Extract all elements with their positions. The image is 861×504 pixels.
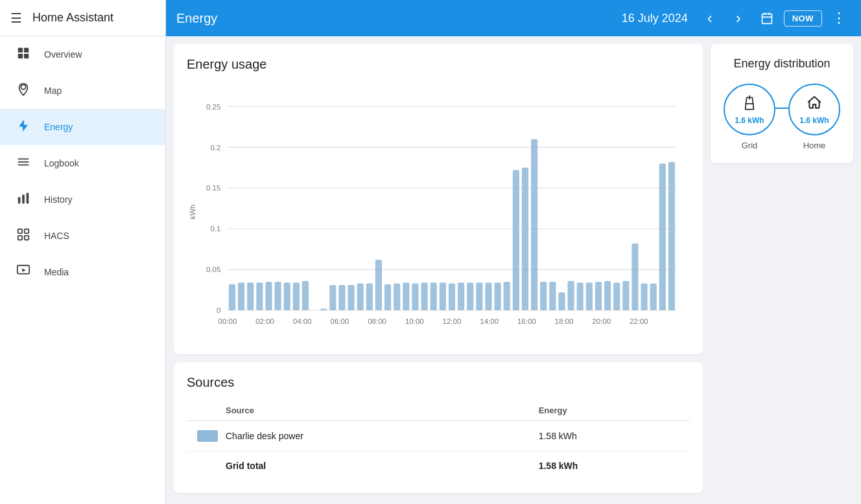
home-value: 1.6 kWh: [799, 116, 829, 125]
svg-rect-75: [586, 282, 593, 310]
svg-text:20:00: 20:00: [592, 317, 611, 325]
svg-point-4: [21, 84, 25, 89]
svg-rect-37: [238, 282, 244, 310]
sidebar-label-logbook: Logbook: [44, 158, 79, 168]
prev-button[interactable]: ‹: [698, 6, 722, 30]
sidebar: ☰ Home Assistant Overview Map Energy: [0, 0, 166, 504]
svg-text:22:00: 22:00: [630, 317, 648, 325]
sidebar-label-hacs: HACS: [44, 231, 69, 241]
svg-text:14:00: 14:00: [480, 317, 499, 325]
svg-text:0: 0: [217, 306, 220, 314]
sidebar-item-history[interactable]: History: [0, 181, 165, 218]
svg-rect-39: [256, 282, 263, 310]
svg-rect-78: [613, 282, 620, 310]
svg-rect-12: [18, 229, 22, 233]
sidebar-label-media: Media: [44, 267, 69, 277]
svg-rect-59: [440, 282, 446, 310]
svg-rect-42: [284, 282, 290, 310]
next-button[interactable]: ›: [727, 6, 750, 30]
svg-rect-70: [540, 282, 547, 310]
svg-text:06:00: 06:00: [331, 317, 349, 325]
svg-rect-38: [247, 282, 254, 310]
source-cell-name-1: Grid total: [187, 452, 528, 481]
svg-rect-67: [513, 170, 519, 310]
menu-icon[interactable]: ☰: [10, 10, 22, 26]
svg-text:16:00: 16:00: [517, 317, 536, 325]
svg-text:02:00: 02:00: [255, 317, 274, 325]
energy-col-header: Energy: [528, 400, 690, 421]
now-button[interactable]: NOW: [784, 10, 822, 27]
sidebar-item-logbook[interactable]: Logbook: [0, 145, 165, 181]
sidebar-label-map: Map: [44, 86, 62, 96]
svg-rect-18: [762, 14, 772, 23]
svg-text:18:00: 18:00: [555, 317, 574, 325]
source-row-1: Grid total 1.58 kWh: [187, 452, 690, 481]
home-icon: [806, 94, 823, 115]
source-name-cell-1: Grid total: [197, 461, 518, 471]
svg-rect-66: [504, 282, 510, 310]
sidebar-label-energy: Energy: [44, 122, 73, 132]
more-button[interactable]: ⋮: [827, 6, 851, 30]
right-panel: Energy distribution: [711, 44, 853, 496]
svg-rect-53: [384, 284, 391, 310]
svg-rect-2: [18, 53, 23, 58]
source-value-1: 1.58 kWh: [528, 452, 690, 481]
dist-connector: [775, 108, 788, 109]
hacs-icon: [16, 227, 31, 245]
sidebar-label-overview: Overview: [44, 49, 82, 60]
svg-rect-36: [229, 284, 235, 310]
svg-text:0.05: 0.05: [206, 266, 220, 273]
energy-icon: [16, 119, 31, 136]
content-area: Energy usage: [166, 36, 861, 504]
home-circle: 1.6 kWh: [788, 84, 840, 135]
svg-rect-84: [668, 162, 675, 310]
grid-node: 1.6 kWh Grid: [724, 84, 775, 150]
topbar-title: Energy: [176, 11, 617, 26]
sidebar-label-history: History: [44, 194, 73, 205]
sidebar-item-energy[interactable]: Energy: [0, 109, 165, 145]
svg-rect-62: [467, 282, 473, 310]
logbook-icon: [16, 155, 31, 172]
sidebar-item-hacs[interactable]: HACS: [0, 218, 165, 254]
svg-rect-14: [18, 235, 22, 239]
svg-rect-63: [476, 282, 482, 310]
svg-rect-65: [495, 282, 501, 310]
svg-rect-11: [27, 192, 29, 203]
svg-text:12:00: 12:00: [443, 317, 462, 325]
svg-rect-40: [265, 282, 272, 310]
map-icon: [16, 82, 31, 100]
svg-rect-54: [394, 284, 400, 311]
svg-rect-13: [25, 229, 29, 233]
svg-rect-79: [622, 281, 629, 310]
source-row-0: Charlie desk power 1.58 kWh: [187, 421, 690, 452]
svg-rect-52: [375, 260, 382, 310]
svg-rect-44: [302, 281, 309, 310]
svg-rect-43: [293, 282, 300, 310]
svg-text:0.25: 0.25: [206, 103, 220, 111]
sidebar-item-overview[interactable]: Overview: [0, 36, 165, 73]
svg-text:10:00: 10:00: [405, 317, 424, 325]
svg-rect-57: [421, 282, 428, 310]
source-color-0: [197, 430, 218, 442]
chart-bars: [229, 139, 675, 310]
calendar-button[interactable]: [755, 6, 779, 30]
sidebar-title: Home Assistant: [32, 11, 113, 25]
left-panel: Energy usage: [174, 44, 703, 496]
svg-rect-46: [320, 309, 327, 311]
energy-chart: 0.25 0.2 0.15 0.1 0.05 0 kWh 00:00 0: [187, 82, 690, 341]
svg-rect-49: [348, 285, 355, 310]
svg-text:kWh: kWh: [189, 204, 196, 219]
sidebar-item-map[interactable]: Map: [0, 73, 165, 109]
energy-distribution-card: Energy distribution: [711, 44, 853, 163]
svg-rect-71: [549, 282, 556, 310]
svg-rect-82: [650, 284, 657, 311]
source-name-0: Charlie desk power: [226, 431, 303, 441]
svg-rect-10: [22, 194, 25, 203]
svg-rect-80: [631, 244, 638, 310]
energy-usage-title: Energy usage: [187, 57, 690, 72]
svg-rect-74: [577, 282, 584, 310]
svg-rect-56: [412, 284, 418, 311]
svg-rect-77: [604, 281, 611, 310]
sidebar-item-media[interactable]: Media: [0, 254, 165, 290]
overview-icon: [16, 46, 31, 63]
